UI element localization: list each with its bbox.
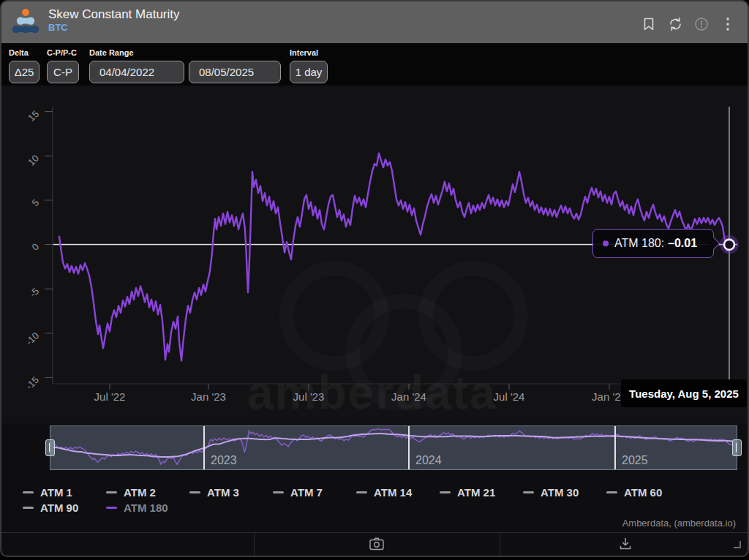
navigator-year-divider: [203, 426, 205, 469]
navigator-year-divider: [408, 426, 410, 469]
last-point-marker: [724, 240, 734, 250]
legend-label: ATM 90: [40, 502, 78, 514]
legend-marker: [106, 491, 117, 493]
resize-corner-icon[interactable]: [733, 539, 742, 552]
toolbar-divider: [500, 533, 500, 556]
tooltip-series-name: ATM 180: [614, 237, 661, 250]
x-axis-label: Jan '24: [391, 390, 426, 403]
y-axis-label: 5: [29, 197, 41, 208]
navigator-left-handle[interactable]: [45, 439, 55, 456]
legend-label: ATM 7: [290, 486, 323, 499]
date-tooltip: Tuesday, Aug 5, 2025: [621, 379, 747, 407]
legend-label: ATM 180: [124, 502, 168, 514]
y-axis-label: -15: [23, 374, 41, 392]
legend-item-atm-180[interactable]: ATM 180: [106, 500, 189, 515]
y-axis-label: -5: [27, 286, 41, 300]
series-tooltip: ATM 180 : −0.01: [592, 229, 714, 258]
legend-item-atm-2[interactable]: ATM 2: [106, 485, 189, 500]
tooltip-value: −0.01: [668, 237, 697, 250]
legend-item-atm-14[interactable]: ATM 14: [356, 485, 440, 500]
widget-window: Skew Constant Maturity BTC: [0, 0, 749, 557]
legend-item-atm-21[interactable]: ATM 21: [440, 485, 523, 500]
navigator-year-2025: 2025: [622, 454, 648, 467]
y-axis-label: 10: [26, 153, 41, 168]
legend-label: ATM 21: [457, 486, 495, 499]
legend-marker: [440, 491, 451, 493]
attribution: Amberdata, (amberdata.io): [622, 518, 736, 529]
toolbar-divider: [254, 533, 255, 556]
legend-item-atm-7[interactable]: ATM 7: [273, 485, 356, 500]
screenshot-camera-icon[interactable]: [364, 534, 389, 553]
legend-marker: [189, 491, 200, 493]
legend-marker: [23, 507, 34, 509]
legend-item-atm-90[interactable]: ATM 90: [23, 500, 106, 515]
legend-marker: [523, 491, 534, 493]
y-axis-label: 0: [29, 241, 41, 253]
legend-marker: [356, 491, 367, 493]
legend-item-atm-30[interactable]: ATM 30: [523, 485, 606, 500]
x-axis-label: Jul '23: [293, 390, 325, 403]
legend-label: ATM 60: [624, 486, 662, 499]
x-axis-label: Jul '22: [94, 390, 126, 403]
legend: ATM 1ATM 2ATM 3ATM 7ATM 14ATM 21ATM 30AT…: [23, 485, 703, 515]
navigator-year-divider: [614, 426, 616, 469]
navigator-year-2024: 2024: [415, 454, 442, 467]
tooltip-series-dot: [603, 241, 609, 246]
legend-label: ATM 14: [374, 486, 412, 499]
bottom-toolbar: [1, 532, 748, 556]
legend-label: ATM 3: [207, 486, 239, 499]
y-axis-label: -10: [23, 330, 41, 347]
x-axis-label: Jul '24: [494, 390, 525, 403]
chart-plot-area[interactable]: 151050-5-10-15Jul '22Jan '23Jul '23Jan '…: [1, 1, 748, 556]
tooltip-separator: :: [661, 237, 668, 250]
legend-marker: [106, 507, 117, 509]
legend-marker: [273, 491, 284, 493]
legend-marker: [23, 491, 34, 493]
legend-label: ATM 1: [40, 486, 72, 499]
legend-item-atm-60[interactable]: ATM 60: [606, 485, 690, 500]
legend-item-atm-1[interactable]: ATM 1: [23, 485, 106, 500]
legend-item-atm-3[interactable]: ATM 3: [189, 485, 273, 500]
range-navigator[interactable]: 2023 2024 2025: [50, 425, 737, 470]
legend-label: ATM 30: [541, 486, 579, 499]
navigator-year-2023: 2023: [211, 454, 237, 467]
legend-label: ATM 2: [124, 486, 156, 499]
download-icon[interactable]: [613, 534, 638, 553]
navigator-right-handle[interactable]: [732, 439, 742, 456]
y-axis-label: 15: [26, 108, 41, 124]
legend-marker: [606, 491, 617, 493]
x-axis-label: Jan '23: [191, 390, 226, 403]
